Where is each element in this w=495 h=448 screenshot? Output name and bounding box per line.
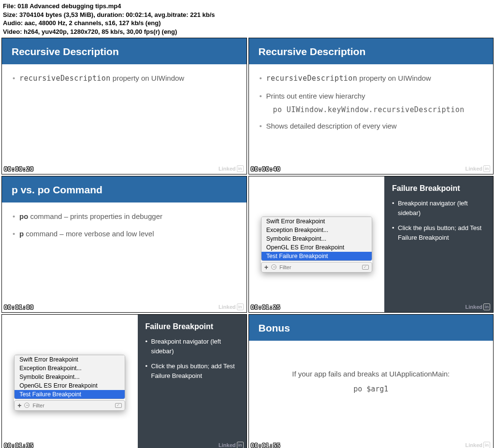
linkedin-logo: Linkedin: [466, 442, 490, 448]
filter-input[interactable]: [279, 264, 359, 270]
breakpoint-footer: +: [14, 400, 125, 411]
breakpoint-menu[interactable]: Swift Error Breakpoint Exception Breakpo…: [261, 217, 372, 273]
linkedin-logo: Linkedin: [218, 165, 243, 172]
breakpoint-menu[interactable]: Swift Error Breakpoint Exception Breakpo…: [14, 355, 125, 411]
code-line: po UIWindow.keyWindow.recursiveDescripti…: [260, 105, 483, 114]
thumb-2: Recursive Description recursiveDescripti…: [248, 38, 494, 174]
timestamp: 00:01:00: [4, 304, 34, 311]
timestamp: 00:01:55: [251, 442, 281, 448]
slide-title: Bonus: [249, 315, 494, 341]
bonus-text: If your app fails and breaks at UIApplic…: [249, 370, 494, 378]
menu-item[interactable]: Swift Error Breakpoint: [15, 355, 125, 364]
bullet: Shows detailed description of every view: [260, 121, 483, 131]
menu-item[interactable]: Swift Error Breakpoint: [262, 217, 372, 226]
menu-item-selected[interactable]: Test Failure Breakpoint: [262, 252, 372, 260]
menu-item[interactable]: Exception Breakpoint...: [262, 226, 372, 234]
timestamp: 00:01:25: [251, 304, 281, 311]
filter-icon[interactable]: [24, 403, 29, 408]
menu-item-selected[interactable]: Test Failure Breakpoint: [15, 390, 125, 399]
menu-item[interactable]: Exception Breakpoint...: [15, 364, 125, 373]
panel-title: Failure Breakpoint: [392, 184, 485, 193]
slide-title: Recursive Description: [2, 38, 247, 64]
linkedin-logo: Linkedin: [466, 303, 490, 310]
bullet: p command – more verbose and low level: [13, 229, 236, 239]
timestamp: 00:00:20: [4, 166, 34, 173]
bullet: po command – prints properties in debugg…: [13, 211, 236, 222]
code-line: po $arg1: [249, 385, 494, 393]
thumbnail-grid: Recursive Description recursiveDescripti…: [0, 38, 495, 448]
menu-item[interactable]: OpenGL ES Error Breakpoint: [262, 243, 372, 252]
filter-input[interactable]: [32, 403, 112, 408]
thumb-3: p vs. po Command po command – prints pro…: [1, 176, 247, 313]
bullet: Breakpoint navigator (left sidebar): [146, 337, 239, 356]
filter-icon[interactable]: [271, 264, 277, 270]
breakpoint-footer: +: [261, 262, 372, 273]
linkedin-logo: Linkedin: [218, 303, 243, 310]
slide-title: p vs. po Command: [2, 176, 247, 202]
plus-icon[interactable]: +: [17, 402, 21, 409]
menu-item[interactable]: Symbolic Breakpoint...: [262, 234, 372, 243]
bullet: recursiveDescription property on UIWindo…: [13, 73, 236, 84]
menu-item[interactable]: Symbolic Breakpoint...: [15, 373, 125, 381]
bullet: Prints out entire view hierarchy: [260, 91, 483, 101]
side-panel: Failure Breakpoint Breakpoint navigator …: [138, 315, 247, 448]
timestamp: 00:00:40: [251, 166, 281, 173]
bullet: recursiveDescription property on UIWindo…: [260, 73, 483, 84]
check-icon[interactable]: [362, 265, 369, 270]
thumb-4: Swift Error Breakpoint Exception Breakpo…: [248, 176, 494, 313]
linkedin-logo: Linkedin: [466, 165, 490, 172]
thumb-5: Swift Error Breakpoint Exception Breakpo…: [1, 314, 247, 448]
thumb-6: Bonus If your app fails and breaks at UI…: [248, 314, 494, 448]
file-metadata: File: 018 Advanced debugging tips.mp4 Si…: [0, 0, 495, 38]
check-icon[interactable]: [115, 403, 122, 408]
timestamp: 00:01:35: [4, 442, 34, 448]
slide-title: Recursive Description: [249, 38, 494, 64]
menu-item[interactable]: OpenGL ES Error Breakpoint: [15, 381, 125, 390]
plus-icon[interactable]: +: [264, 263, 268, 271]
bullet: Click the plus button; add Test Failure …: [146, 361, 239, 380]
panel-title: Failure Breakpoint: [146, 322, 239, 331]
linkedin-logo: Linkedin: [218, 442, 243, 448]
thumb-1: Recursive Description recursiveDescripti…: [1, 38, 247, 174]
bullet: Click the plus button; add Test Failure …: [392, 223, 485, 242]
side-panel: Failure Breakpoint Breakpoint navigator …: [384, 176, 493, 312]
bullet: Breakpoint navigator (left sidebar): [392, 199, 485, 217]
